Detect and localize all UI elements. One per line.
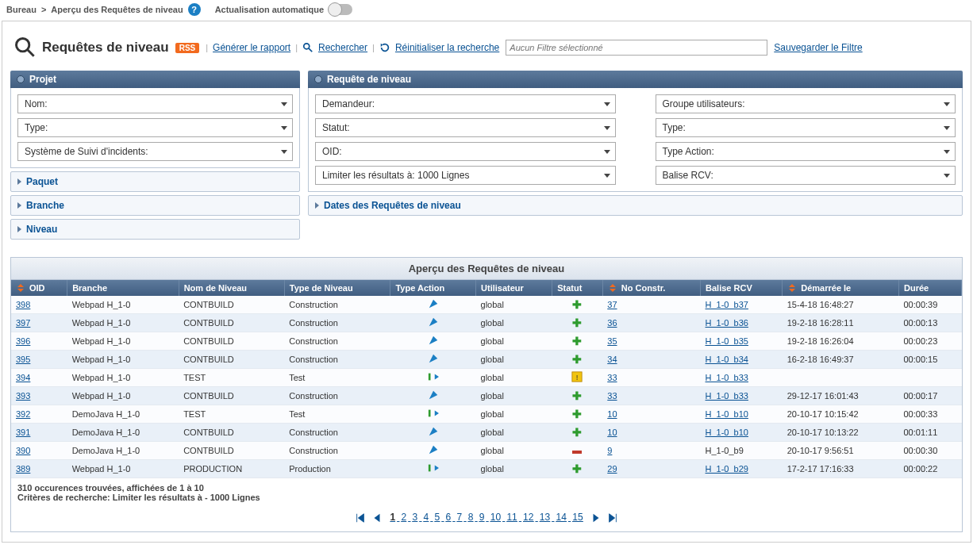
rss-badge[interactable]: RSS bbox=[175, 43, 200, 53]
groupe-select[interactable]: Groupe utilisateurs: bbox=[656, 94, 956, 113]
balise-select[interactable]: Balise RCV: bbox=[656, 166, 956, 185]
page-current: 1 bbox=[390, 512, 395, 523]
page-link[interactable]: 8 bbox=[468, 512, 474, 523]
dates-panel[interactable]: Dates des Requêtes de niveau bbox=[308, 195, 963, 216]
constr-link[interactable]: 9 bbox=[607, 446, 612, 455]
constr-link[interactable]: 10 bbox=[607, 428, 617, 437]
constr-link[interactable]: 33 bbox=[607, 373, 617, 382]
last-page-icon[interactable] bbox=[607, 512, 618, 523]
status-success-icon: ✚ bbox=[572, 389, 582, 402]
oid-link[interactable]: 397 bbox=[16, 318, 30, 328]
page-link[interactable]: 12 bbox=[523, 512, 533, 523]
page-link[interactable]: 6 bbox=[446, 512, 452, 523]
oid-link[interactable]: 389 bbox=[16, 464, 30, 474]
table-row: 396Webpad H_1-0CONTBUILDConstructionglob… bbox=[11, 332, 962, 351]
sort-icon[interactable] bbox=[16, 283, 25, 293]
pager: 1 2 3 4 5 6 7 8 9 10 11 12 13 14 15 bbox=[11, 507, 962, 531]
balise-link[interactable]: H_1-0_b35 bbox=[706, 336, 748, 346]
prev-page-icon[interactable] bbox=[371, 512, 383, 523]
auto-refresh-toggle[interactable] bbox=[329, 4, 352, 15]
type-action-select[interactable]: Type Action: bbox=[656, 142, 956, 161]
build-action-icon bbox=[428, 356, 439, 366]
statut-select[interactable]: Statut: bbox=[315, 118, 616, 137]
page-link[interactable]: 10 bbox=[490, 512, 501, 523]
sort-icon[interactable] bbox=[787, 283, 797, 293]
page-link[interactable]: 4 bbox=[424, 512, 429, 523]
table-row: 390DemoJava H_1-0CONTBUILDConstructiongl… bbox=[11, 442, 962, 460]
col-branche[interactable]: Branche bbox=[67, 280, 179, 296]
col-oid[interactable]: OID bbox=[11, 280, 67, 296]
balise-link[interactable]: H_1-0_b33 bbox=[706, 391, 748, 401]
project-type-select[interactable]: Type: bbox=[17, 118, 293, 137]
oid-link[interactable]: 398 bbox=[16, 300, 30, 309]
first-page-icon[interactable] bbox=[355, 512, 366, 523]
limit-select[interactable]: Limiter les résultats à: 1000 Lignes bbox=[315, 166, 616, 185]
page-link[interactable]: 2 bbox=[401, 512, 406, 523]
niveau-panel[interactable]: Niveau bbox=[10, 219, 300, 240]
page-link[interactable]: 3 bbox=[412, 512, 417, 523]
balise-link[interactable]: H_1-0_b34 bbox=[706, 355, 748, 364]
col-type-action[interactable]: Type Action bbox=[390, 280, 476, 296]
page-link[interactable]: 7 bbox=[457, 512, 463, 523]
project-name-select[interactable]: Nom: bbox=[17, 94, 293, 113]
oid-link[interactable]: 393 bbox=[16, 391, 30, 401]
demandeur-select[interactable]: Demandeur: bbox=[315, 94, 616, 113]
constr-link[interactable]: 34 bbox=[607, 355, 617, 364]
next-page-icon[interactable] bbox=[590, 512, 602, 523]
constr-link[interactable]: 36 bbox=[607, 318, 617, 328]
balise-link[interactable]: H_1-0_b29 bbox=[706, 464, 748, 474]
help-icon[interactable]: ? bbox=[188, 3, 201, 16]
oid-link[interactable]: 394 bbox=[16, 373, 30, 382]
paquet-panel[interactable]: Paquet bbox=[10, 171, 300, 192]
page-link[interactable]: 5 bbox=[435, 512, 440, 523]
balise-link[interactable]: H_1-0_b10 bbox=[706, 409, 748, 419]
balise-link[interactable]: H_1-0_b10 bbox=[706, 428, 748, 437]
balise-link[interactable]: H_1-0_b37 bbox=[706, 300, 748, 309]
sort-icon[interactable] bbox=[608, 283, 617, 293]
oid-link[interactable]: 392 bbox=[16, 409, 30, 419]
project-its-select[interactable]: Système de Suivi d'incidents: bbox=[17, 142, 293, 161]
balise-link[interactable]: H_1-0_b36 bbox=[706, 318, 748, 328]
page-link[interactable]: 9 bbox=[479, 512, 485, 523]
branche-panel[interactable]: Branche bbox=[10, 195, 300, 216]
filter-select[interactable] bbox=[506, 40, 767, 56]
balise-link[interactable]: H_1-0_b33 bbox=[706, 373, 748, 382]
col-d-marr-e-le[interactable]: Démarrée le bbox=[783, 280, 899, 296]
constr-link[interactable]: 33 bbox=[607, 391, 617, 401]
oid-select[interactable]: OID: bbox=[315, 142, 616, 161]
col-type-de-niveau[interactable]: Type de Niveau bbox=[284, 280, 390, 296]
generate-report-link[interactable]: Générer le rapport bbox=[213, 42, 290, 53]
col-dur-e[interactable]: Durée bbox=[898, 280, 961, 296]
col-no-constr-[interactable]: No Constr. bbox=[602, 280, 700, 296]
results-title: Aperçu des Requêtes de niveau bbox=[11, 258, 962, 280]
request-panel-header[interactable]: Requête de niveau bbox=[308, 71, 963, 88]
table-row: 391DemoJava H_1-0CONTBUILDConstructiongl… bbox=[11, 424, 962, 442]
constr-link[interactable]: 35 bbox=[607, 336, 617, 346]
col-statut[interactable]: Statut bbox=[552, 280, 603, 296]
page-link[interactable]: 14 bbox=[556, 512, 567, 523]
col-nom-de-niveau[interactable]: Nom de Niveau bbox=[179, 280, 284, 296]
reset-search-link[interactable]: Réinitialiser la recherche bbox=[395, 42, 499, 53]
status-success-icon: ✚ bbox=[572, 408, 582, 420]
project-panel-header[interactable]: Projet bbox=[10, 71, 300, 88]
page-link[interactable]: 15 bbox=[572, 512, 583, 523]
save-filter-link[interactable]: Sauvegarder le Filtre bbox=[774, 42, 862, 53]
type-select[interactable]: Type: bbox=[656, 118, 956, 137]
svg-text:!: ! bbox=[576, 373, 579, 382]
oid-link[interactable]: 396 bbox=[16, 336, 30, 346]
page-link[interactable]: 13 bbox=[540, 512, 550, 523]
svg-rect-7 bbox=[429, 410, 431, 417]
breadcrumb-page: Aperçu des Requêtes de niveau bbox=[51, 5, 183, 14]
oid-link[interactable]: 391 bbox=[16, 428, 30, 437]
col-balise-rcv[interactable]: Balise RCV bbox=[701, 280, 783, 296]
constr-link[interactable]: 37 bbox=[607, 300, 617, 309]
search-link[interactable]: Rechercher bbox=[318, 42, 367, 53]
oid-link[interactable]: 390 bbox=[16, 446, 30, 455]
page-link[interactable]: 11 bbox=[506, 512, 517, 523]
constr-link[interactable]: 29 bbox=[607, 464, 617, 474]
constr-link[interactable]: 10 bbox=[607, 409, 617, 419]
breadcrumb: Bureau > Aperçu des Requêtes de niveau ?… bbox=[0, 0, 973, 19]
oid-link[interactable]: 395 bbox=[16, 355, 30, 364]
deliver-action-icon bbox=[428, 411, 439, 420]
col-utilisateur[interactable]: Utilisateur bbox=[476, 280, 552, 296]
